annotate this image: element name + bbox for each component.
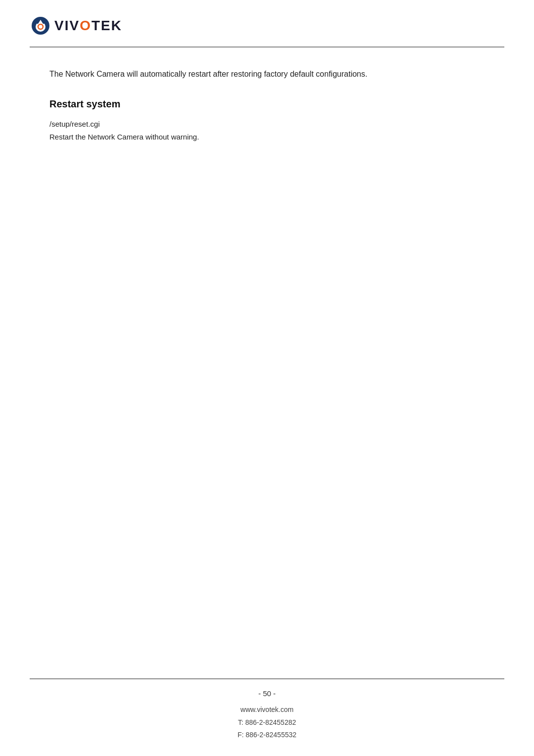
footer-info: www.vivotek.com T: 886-2-82455282 F: 886… bbox=[30, 704, 504, 741]
page-wrapper: VIVOTEK The Network Camera will automati… bbox=[0, 0, 534, 756]
main-content: The Network Camera will automatically re… bbox=[30, 47, 504, 678]
intro-paragraph: The Network Camera will automatically re… bbox=[49, 67, 485, 81]
section-url: /setup/reset.cgi bbox=[49, 120, 485, 128]
section-description: Restart the Network Camera without warni… bbox=[49, 131, 485, 143]
footer: - 50 - www.vivotek.com T: 886-2-82455282… bbox=[30, 679, 504, 756]
logo-viv: VIV bbox=[54, 18, 80, 33]
logo-o: O bbox=[80, 18, 91, 33]
footer-website: www.vivotek.com bbox=[30, 704, 504, 716]
header: VIVOTEK bbox=[30, 0, 504, 47]
svg-point-2 bbox=[38, 24, 43, 29]
vivotek-logo-icon bbox=[30, 15, 51, 37]
footer-fax: F: 886-2-82455532 bbox=[30, 729, 504, 741]
section-heading: Restart system bbox=[49, 98, 485, 110]
logo-tek: TEK bbox=[91, 18, 122, 33]
logo-text: VIVOTEK bbox=[54, 18, 122, 34]
page-number: - 50 - bbox=[30, 689, 504, 698]
logo-container: VIVOTEK bbox=[30, 15, 122, 37]
footer-phone: T: 886-2-82455282 bbox=[30, 716, 504, 729]
